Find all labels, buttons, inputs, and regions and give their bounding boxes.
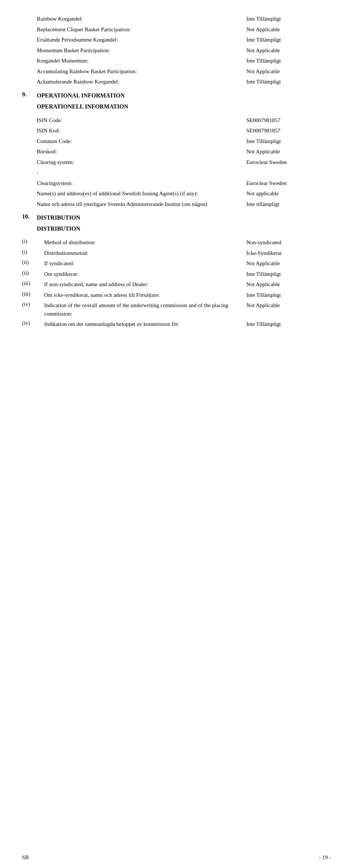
replacement-cliquet-label: Replacement Cliquet Basket Participation…: [37, 25, 246, 34]
if-non-syndicated-value: Not Applicable: [246, 280, 331, 289]
momentum-basket-label: Momentum Basket Participation:: [37, 46, 246, 55]
rainbow-korgandel-label: Rainbow Korgandel:: [37, 15, 246, 23]
section9-sv-row: OPERATIONELL INFORMATION: [22, 102, 331, 111]
indication-overall-row: (iv) Indication of the overall amount of…: [22, 301, 331, 318]
section9-title-en: OPERATIONAL INFORMATION: [37, 91, 246, 100]
dist-indent-i-2: (i): [22, 249, 44, 255]
common-code-row: Common Code: Inte Tillämpligt: [22, 137, 331, 146]
footer-left: SB: [22, 854, 29, 861]
if-syndicated-label: If syndicated:: [44, 259, 246, 268]
clearing-system-en-label: Clearing system:: [37, 158, 246, 167]
section10-sv-row: DISTRIBUTION: [22, 224, 331, 233]
names-addresses-label: Name(s) and address(es) of additional Sw…: [37, 189, 246, 198]
if-syndicated-row: (ii) If syndicated: Not Applicable: [22, 259, 331, 268]
ersattande-value: Inte Tillämpligt: [246, 36, 331, 44]
borskod-label: Börskod:: [37, 147, 246, 156]
namn-adress-value: Inte tillämpligt: [246, 200, 331, 209]
if-non-syndicated-label: If non-syndicated, name and address of D…: [44, 280, 246, 289]
isin-code-value: SE0007981857: [246, 116, 331, 125]
clearing-system-en-value: Euroclear Sweden: [246, 158, 331, 167]
dist-indent-iii-1: (iii): [22, 280, 44, 287]
borskod-row: Börskod: Not Applicable: [22, 147, 331, 156]
ersattande-label: Ersättande Periodsumme Korgandel:: [37, 36, 246, 44]
korgandel-momentum-row: Korgandel Momentum: Inte Tillämpligt: [22, 57, 331, 65]
indication-overall-value: Not Applicable: [246, 301, 331, 310]
clearing-colon-label: :: [37, 168, 246, 177]
isin-code-row: ISIN Code: SE0007981857: [22, 116, 331, 125]
names-addresses-value: Not applicable: [246, 189, 331, 198]
replacement-cliquet-row: Replacement Cliquet Basket Participation…: [22, 25, 331, 34]
dist-indent-ii-2: (ii): [22, 270, 44, 276]
if-non-syndicated-row: (iii) If non-syndicated, name and addres…: [22, 280, 331, 289]
indikation-sammanlagda-label: Indikation om det sammanlagda beloppet a…: [44, 320, 246, 328]
borskod-value: Not Applicable: [246, 147, 331, 156]
ackumulerande-rainbow-value: Inte Tillämpligt: [246, 78, 331, 86]
method-distribution-row: (i) Method of distribution: Non-syndicat…: [22, 238, 331, 247]
distributionsmetod-value: Icke-Syndikerat: [246, 249, 331, 257]
momentum-basket-value: Not Applicable: [246, 46, 331, 55]
if-syndicated-value: Not Applicable: [246, 259, 331, 268]
method-distribution-label: Method of distribution:: [44, 238, 246, 247]
om-icke-syndikerat-label: Om icke-syndikerat, namn och adress till…: [44, 291, 246, 299]
section10-title-sv: DISTRIBUTION: [37, 224, 246, 233]
common-code-value: Inte Tillämpligt: [246, 137, 331, 146]
om-syndikerat-value: Inte Tillämpligt: [246, 270, 331, 278]
om-icke-syndikerat-row: (iii) Om icke-syndikerat, namn och adres…: [22, 291, 331, 299]
ackumulerande-rainbow-row: Ackumulerande Rainbow Korgandel: Inte Ti…: [22, 78, 331, 86]
isin-kod-value: SE0007981857: [246, 127, 331, 135]
dist-indent-iv-2: (iv): [22, 320, 44, 326]
isin-kod-label: ISIN Kod:: [37, 127, 246, 135]
ersattande-row: Ersättande Periodsumme Korgandel: Inte T…: [22, 36, 331, 44]
ackumulerande-rainbow-label: Ackumulerande Rainbow Korgandel:: [37, 78, 246, 86]
distributionsmetod-row: (i) Distributionsmetod: Icke-Syndikerat: [22, 249, 331, 257]
clearing-system-en-row: Clearing system: Euroclear Sweden: [22, 158, 331, 167]
isin-code-label: ISIN Code:: [37, 116, 246, 125]
momentum-basket-row: Momentum Basket Participation: Not Appli…: [22, 46, 331, 55]
clearingsystem-sv-value: Euroclear Sweden: [246, 179, 331, 188]
clearingsystem-sv-row: Clearingsystem: Euroclear Sweden: [22, 179, 331, 188]
common-code-label: Common Code:: [37, 137, 246, 146]
indikation-sammanlagda-value: Inte Tillämpligt: [246, 320, 331, 328]
korgandel-momentum-value: Inte Tillämpligt: [246, 57, 331, 65]
namn-adress-row: Namn och adress till ytterligare Svenskt…: [22, 200, 331, 209]
indikation-sammanlagda-row: (iv) Indikation om det sammanlagda belop…: [22, 320, 331, 328]
method-distribution-value: Non-syndicated: [246, 238, 331, 247]
dist-indent-i-1: (i): [22, 238, 44, 245]
section9-number: 9.: [22, 91, 37, 98]
dist-indent-iv-1: (iv): [22, 301, 44, 307]
section9-title-sv: OPERATIONELL INFORMATION: [37, 102, 246, 111]
om-syndikerat-row: (ii) Om syndikerat: Inte Tillämpligt: [22, 270, 331, 278]
section10-heading-row: 10. DISTRIBUTION: [22, 213, 331, 222]
section10-title-en: DISTRIBUTION: [37, 213, 246, 222]
distributionsmetod-label: Distributionsmetod:: [44, 249, 246, 257]
footer-right: - 19 -: [319, 854, 331, 861]
footer: SB - 19 -: [0, 854, 353, 861]
accumulating-rainbow-value: Not Applicable: [246, 67, 331, 76]
isin-kod-row: ISIN Kod: SE0007981857: [22, 127, 331, 135]
rainbow-korgandel-row: Rainbow Korgandel: Inte Tillämpligt: [22, 15, 331, 23]
names-addresses-row: Name(s) and address(es) of additional Sw…: [22, 189, 331, 198]
accumulating-rainbow-label: Accumulating Rainbow Basket Participatio…: [37, 67, 246, 76]
accumulating-rainbow-row: Accumulating Rainbow Basket Participatio…: [22, 67, 331, 76]
section9-heading-row: 9. OPERATIONAL INFORMATION: [22, 91, 331, 100]
rainbow-korgandel-value: Inte Tillämpligt: [246, 15, 331, 23]
replacement-cliquet-value: Not Applicable: [246, 25, 331, 34]
indication-overall-label: Indication of the overall amount of the …: [44, 301, 246, 318]
namn-adress-label: Namn och adress till ytterligare Svenskt…: [37, 200, 246, 209]
clearingsystem-sv-label: Clearingsystem:: [37, 179, 246, 188]
korgandel-momentum-label: Korgandel Momentum:: [37, 57, 246, 65]
om-icke-syndikerat-value: Inte Tillämpligt: [246, 291, 331, 299]
section10-number: 10.: [22, 213, 37, 220]
om-syndikerat-label: Om syndikerat:: [44, 270, 246, 278]
dist-indent-iii-2: (iii): [22, 291, 44, 297]
clearing-colon-row: :: [22, 168, 331, 177]
dist-indent-ii-1: (ii): [22, 259, 44, 266]
